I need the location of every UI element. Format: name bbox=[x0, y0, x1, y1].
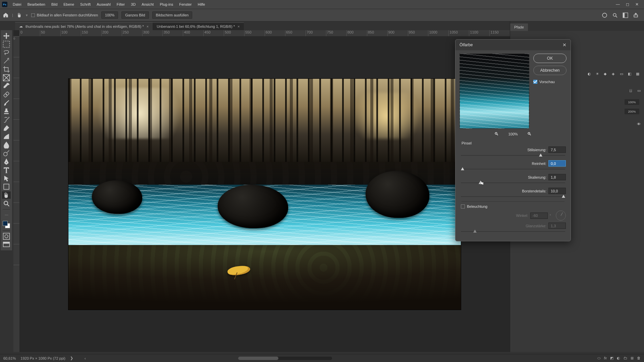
move-tool-icon[interactable] bbox=[2, 32, 11, 40]
path-select-tool-icon[interactable] bbox=[2, 175, 11, 182]
dialog-preview[interactable] bbox=[460, 54, 529, 129]
opacity-value[interactable]: 100% bbox=[625, 99, 639, 105]
close-tab-icon[interactable]: × bbox=[237, 24, 239, 28]
home-icon[interactable] bbox=[3, 12, 9, 18]
scale-input[interactable]: 1,8 bbox=[548, 174, 566, 180]
workspace-icon[interactable] bbox=[623, 12, 628, 18]
zoom-tool-icon[interactable] bbox=[2, 200, 11, 207]
stylization-slider[interactable] bbox=[461, 154, 565, 158]
fx-icon[interactable]: fx bbox=[604, 356, 607, 360]
gradient-tool-icon[interactable] bbox=[2, 133, 11, 140]
crop-tool-icon[interactable] bbox=[2, 66, 11, 73]
group-icon[interactable]: 🗀 bbox=[624, 356, 627, 360]
hand-tool-icon[interactable] bbox=[16, 12, 22, 18]
adj-icon[interactable]: ◧ bbox=[628, 72, 633, 76]
menu-item[interactable]: Fenster bbox=[176, 1, 194, 7]
history-brush-tool-icon[interactable] bbox=[2, 116, 11, 123]
panel-small-icons: ⌼ ▭ bbox=[630, 88, 641, 93]
bristle-slider[interactable] bbox=[461, 195, 565, 199]
scroll-all-windows-checkbox[interactable]: Bildlauf in allen Fenstern durchführen bbox=[31, 13, 98, 17]
fill-value[interactable]: 200% bbox=[625, 109, 639, 114]
window-maximize-icon[interactable]: ◻ bbox=[626, 2, 629, 7]
share-icon[interactable] bbox=[633, 12, 639, 18]
cloud-account-icon[interactable] bbox=[602, 12, 607, 18]
frame-tool-icon[interactable] bbox=[2, 74, 11, 81]
menu-item[interactable]: Auswahl bbox=[94, 1, 113, 7]
window-minimize-icon[interactable]: — bbox=[616, 2, 620, 7]
status-icon[interactable]: ⬭ bbox=[597, 356, 600, 360]
color-swatch[interactable] bbox=[3, 221, 10, 228]
marquee-tool-icon[interactable] bbox=[2, 41, 11, 48]
heal-tool-icon[interactable] bbox=[2, 91, 11, 98]
adj-icon[interactable]: ◈ bbox=[612, 72, 616, 76]
shape-tool-icon[interactable] bbox=[2, 183, 11, 190]
document-tab[interactable]: Unbenannt-1 bei 60,6% (Belichtung 1, RGB… bbox=[153, 22, 244, 30]
horizontal-scrollbar[interactable] bbox=[238, 357, 332, 360]
hand-tool-icon[interactable] bbox=[2, 191, 11, 199]
ok-button[interactable]: OK bbox=[533, 54, 567, 63]
edit-toolbar-icon[interactable]: ⋯ bbox=[2, 212, 11, 219]
adj-icon[interactable]: ◐ bbox=[588, 72, 592, 76]
fit-screen-button[interactable]: Ganzes Bild bbox=[121, 11, 149, 19]
adj-icon[interactable]: ☀ bbox=[596, 72, 600, 76]
chevron-right-icon[interactable]: ❯ bbox=[70, 356, 73, 360]
close-tab-icon[interactable]: × bbox=[147, 24, 149, 28]
canvas-viewport[interactable] bbox=[19, 36, 510, 352]
status-zoom[interactable]: 60,61% bbox=[3, 356, 16, 360]
chevron-left-icon[interactable]: ‹ bbox=[85, 356, 86, 360]
mask-icon[interactable]: ◩ bbox=[610, 356, 613, 360]
menu-item[interactable]: Ansicht bbox=[139, 1, 156, 7]
document-tab[interactable]: ☁ thumbnails new.psdc bei 78% (Alerts un… bbox=[15, 22, 153, 30]
menu-item[interactable]: Bild bbox=[49, 1, 60, 7]
type-tool-icon[interactable] bbox=[2, 166, 11, 174]
menu-item[interactable]: Filter bbox=[114, 1, 127, 7]
menu-item[interactable]: Hilfe bbox=[195, 1, 208, 7]
status-docinfo[interactable]: 1920 Px × 1080 Px (72 ppi) bbox=[20, 356, 65, 360]
cloud-icon: ☁ bbox=[19, 24, 23, 28]
visibility-eye-icon[interactable]: 👁 bbox=[637, 122, 641, 126]
stylization-input[interactable]: 7,5 bbox=[548, 146, 566, 153]
wand-tool-icon[interactable] bbox=[2, 57, 11, 65]
adj-icon[interactable]: ▭ bbox=[620, 72, 625, 76]
fill-screen-button[interactable]: Bildschirm ausfüllen bbox=[152, 11, 193, 19]
panel-tab-paths[interactable]: Pfade bbox=[510, 23, 528, 31]
search-icon[interactable] bbox=[612, 12, 618, 18]
scale-slider[interactable] bbox=[461, 181, 565, 185]
zoom-in-icon[interactable]: 🔍︎ bbox=[527, 131, 532, 136]
cleanliness-slider[interactable] bbox=[461, 167, 565, 171]
bristle-input[interactable]: 10,0 bbox=[548, 188, 566, 194]
brush-tool-icon[interactable] bbox=[2, 99, 11, 107]
pen-tool-icon[interactable] bbox=[2, 158, 11, 165]
preview-checkbox[interactable]: Vorschau bbox=[533, 80, 567, 84]
menu-item[interactable]: Schrift bbox=[77, 1, 93, 7]
zoom-100-button[interactable]: 100% bbox=[101, 11, 118, 19]
quickmask-icon[interactable] bbox=[2, 233, 11, 240]
adj-icon[interactable]: ▦ bbox=[636, 72, 641, 76]
mask-icon[interactable]: ▭ bbox=[637, 88, 641, 93]
dialog-close-icon[interactable]: ✕ bbox=[562, 42, 567, 48]
screenmode-icon[interactable] bbox=[2, 241, 11, 248]
menu-item[interactable]: Ebene bbox=[61, 1, 77, 7]
lasso-tool-icon[interactable] bbox=[2, 49, 11, 56]
menu-item[interactable]: 3D bbox=[128, 1, 138, 7]
blur-tool-icon[interactable] bbox=[2, 141, 11, 148]
eyedropper-tool-icon[interactable] bbox=[2, 82, 11, 90]
lighting-checkbox[interactable]: Beleuchtung bbox=[461, 204, 566, 208]
menu-item[interactable]: Datei bbox=[10, 1, 24, 7]
ruler-vertical[interactable]: 0 bbox=[13, 36, 19, 352]
zoom-out-icon[interactable]: 🔍︎ bbox=[494, 131, 499, 136]
ruler-horizontal[interactable]: 0501001502002503003504004505005506006507… bbox=[19, 30, 510, 36]
trash-icon[interactable]: 🗑 bbox=[637, 356, 641, 360]
adjustment-icon[interactable]: ◐ bbox=[617, 356, 620, 360]
adj-icon[interactable]: ◆ bbox=[604, 72, 608, 76]
cancel-button[interactable]: Abbrechen bbox=[533, 66, 567, 75]
menu-item[interactable]: Bearbeiten bbox=[25, 1, 48, 7]
menu-item[interactable]: Plug-ins bbox=[157, 1, 176, 7]
dodge-tool-icon[interactable] bbox=[2, 149, 11, 157]
cleanliness-input[interactable]: 0,0 bbox=[548, 160, 566, 167]
eraser-tool-icon[interactable] bbox=[2, 124, 11, 132]
window-close-icon[interactable]: ✕ bbox=[635, 2, 639, 7]
stamp-tool-icon[interactable] bbox=[2, 108, 11, 115]
link-icon[interactable]: ⌼ bbox=[630, 88, 632, 93]
new-icon[interactable]: ⊞ bbox=[631, 356, 634, 360]
